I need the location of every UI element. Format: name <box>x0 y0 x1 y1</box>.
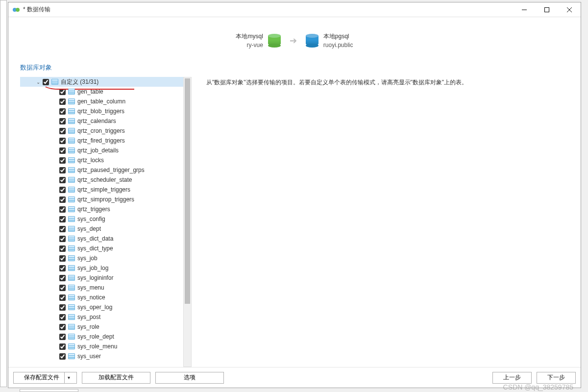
tree-checkbox[interactable] <box>59 294 66 301</box>
tree-item[interactable]: qrtz_cron_triggers <box>20 126 183 136</box>
tree-item-label: sys_role_dept <box>77 333 114 340</box>
tree-item[interactable]: gen_table <box>20 87 183 97</box>
database-icon <box>268 34 281 48</box>
tree-checkbox[interactable] <box>59 138 66 144</box>
tree-item[interactable]: qrtz_simprop_triggers <box>20 195 183 204</box>
tree-checkbox[interactable] <box>59 206 66 213</box>
tree-item[interactable]: sys_logininfor <box>20 273 183 283</box>
description-text: 从"数据库对象"选择要传输的项目。若要自定义单个表的传输模式，请高亮显示"数据库… <box>206 77 569 367</box>
prev-button[interactable]: 上一步 <box>492 372 532 384</box>
tree-item[interactable]: sys_oper_log <box>20 302 183 312</box>
tree-checkbox[interactable] <box>59 177 66 183</box>
tree-item[interactable]: sys_job_log <box>20 263 183 273</box>
tree-checkbox[interactable] <box>59 98 66 105</box>
tree-item[interactable]: qrtz_job_details <box>20 146 183 155</box>
background-fragment <box>20 389 78 392</box>
dialog-window: * 数据传输 本地mysql ry-vue ➔ 本地pgsql ruoyi.pu… <box>8 2 581 388</box>
load-config-button[interactable]: 加载配置文件 <box>82 372 150 384</box>
tree-checkbox[interactable] <box>59 343 66 350</box>
table-icon <box>68 225 75 232</box>
tree-item[interactable]: qrtz_paused_trigger_grps <box>20 165 183 175</box>
tree-panel: ⌄自定义 (31/31)gen_tablegen_table_columnqrt… <box>20 77 192 367</box>
tree-item[interactable]: sys_menu <box>20 283 183 293</box>
tree-checkbox[interactable] <box>59 304 66 311</box>
tree-item-label: sys_post <box>77 314 100 320</box>
tree-checkbox[interactable] <box>43 79 49 85</box>
tree-checkbox[interactable] <box>59 334 66 340</box>
background-fragment <box>0 0 7 387</box>
target-db: 本地pgsql ruoyi.public <box>306 32 353 49</box>
table-icon <box>68 265 75 271</box>
tree-item[interactable]: sys_dict_data <box>20 234 183 244</box>
tree-checkbox[interactable] <box>59 324 66 330</box>
tree-checkbox[interactable] <box>59 147 66 154</box>
tree-item[interactable]: qrtz_blob_triggers <box>20 106 183 116</box>
tree-checkbox[interactable] <box>59 255 66 262</box>
svg-point-1 <box>16 8 20 12</box>
tree-checkbox[interactable] <box>59 275 66 281</box>
tree-item[interactable]: sys_user <box>20 351 183 361</box>
tree-checkbox[interactable] <box>59 353 66 360</box>
tree-checkbox[interactable] <box>59 285 66 291</box>
minimize-button[interactable] <box>513 2 536 17</box>
tree-checkbox[interactable] <box>59 157 66 164</box>
button-bar: 保存配置文件 ▾ 加载配置文件 选项 上一步 下一步 <box>8 367 581 388</box>
tree-item[interactable]: qrtz_locks <box>20 155 183 165</box>
tree-checkbox[interactable] <box>59 265 66 271</box>
object-tree[interactable]: ⌄自定义 (31/31)gen_tablegen_table_columnqrt… <box>20 77 183 367</box>
database-icon <box>306 34 318 48</box>
table-icon <box>68 98 75 105</box>
tree-item-label: sys_user <box>77 353 101 360</box>
save-config-button[interactable]: 保存配置文件 ▾ <box>13 372 77 384</box>
tree-item[interactable]: qrtz_simple_triggers <box>20 185 183 195</box>
table-icon <box>68 216 75 222</box>
tree-checkbox[interactable] <box>59 216 66 222</box>
tree-item[interactable]: sys_post <box>20 312 183 322</box>
tree-root[interactable]: ⌄自定义 (31/31) <box>20 77 183 87</box>
tree-checkbox[interactable] <box>59 167 66 173</box>
tree-item[interactable]: gen_table_column <box>20 97 183 106</box>
tree-item[interactable]: qrtz_scheduler_state <box>20 175 183 185</box>
tree-checkbox[interactable] <box>59 118 66 124</box>
chevron-down-icon[interactable]: ⌄ <box>35 78 42 85</box>
tree-item-label: sys_job_log <box>77 265 108 271</box>
tree-checkbox[interactable] <box>59 226 66 232</box>
tree-checkbox[interactable] <box>59 108 66 115</box>
table-icon <box>68 353 75 360</box>
tree-item[interactable]: sys_role_menu <box>20 342 183 351</box>
tree-item[interactable]: sys_role_dept <box>20 332 183 342</box>
tree-item[interactable]: qrtz_triggers <box>20 204 183 214</box>
options-button[interactable]: 选项 <box>155 372 224 384</box>
next-button[interactable]: 下一步 <box>537 372 576 384</box>
table-icon <box>68 304 75 311</box>
table-icon <box>68 284 75 291</box>
table-icon <box>68 196 75 203</box>
scrollbar-thumb[interactable] <box>185 78 190 304</box>
tree-item[interactable]: sys_notice <box>20 293 183 302</box>
maximize-button[interactable] <box>536 2 558 17</box>
tree-item[interactable]: sys_role <box>20 322 183 332</box>
tree-item-label: gen_table <box>77 88 103 95</box>
close-button[interactable] <box>558 2 581 17</box>
tree-checkbox[interactable] <box>59 187 66 193</box>
tree-item[interactable]: sys_dept <box>20 224 183 234</box>
tree-checkbox[interactable] <box>59 314 66 320</box>
scrollbar[interactable] <box>183 77 192 367</box>
table-icon <box>68 323 75 330</box>
tree-item[interactable]: sys_config <box>20 214 183 224</box>
tree-item[interactable]: qrtz_fired_triggers <box>20 136 183 146</box>
tree-item[interactable]: sys_dict_type <box>20 244 183 253</box>
tree-item[interactable]: qrtz_calendars <box>20 116 183 126</box>
tree-checkbox[interactable] <box>59 245 66 252</box>
tree-checkbox[interactable] <box>59 236 66 242</box>
window-title: * 数据传输 <box>23 5 513 14</box>
tree-item-label: sys_role_menu <box>77 343 117 350</box>
tree-checkbox[interactable] <box>59 89 66 95</box>
tree-item-label: qrtz_cron_triggers <box>77 127 125 134</box>
tree-checkbox[interactable] <box>59 196 66 203</box>
table-icon <box>68 167 75 173</box>
tree-checkbox[interactable] <box>59 128 66 134</box>
section-title: 数据库对象 <box>8 59 581 77</box>
tree-item[interactable]: sys_job <box>20 253 183 263</box>
tree-item-label: sys_logininfor <box>77 274 113 281</box>
